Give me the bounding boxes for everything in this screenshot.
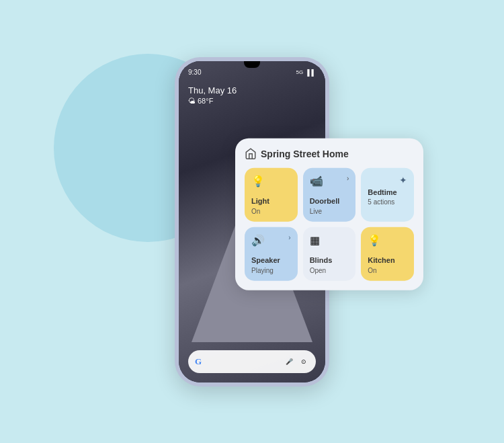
- doorbell-name: Doorbell: [310, 197, 349, 206]
- kitchen-tile[interactable]: 💡 Kitchen On: [361, 227, 414, 280]
- blinds-tile[interactable]: ▦ Blinds Open: [303, 227, 356, 280]
- weather-text: 🌤 68°F: [188, 97, 237, 105]
- status-time: 9:30: [188, 69, 201, 76]
- blinds-status: Open: [310, 266, 349, 274]
- battery-icon: ▌: [312, 69, 316, 76]
- home-controls-card: Spring Street Home 💡 Light On › 📹 Doorbe…: [235, 138, 423, 290]
- bedtime-status: 5 actions: [368, 198, 407, 205]
- scene: 9:30 5G ▐ ▌ Thu, May 16 🌤 68°F G �: [175, 57, 329, 387]
- speaker-name: Speaker: [251, 256, 291, 265]
- bedtime-name: Bedtime: [368, 188, 407, 196]
- mic-button[interactable]: 🎤: [284, 356, 294, 367]
- signal-icon: ▐: [305, 69, 309, 76]
- device-grid: 💡 Light On › 📹 Doorbell Live ✦ Bedt: [245, 167, 414, 280]
- home-icon: [245, 147, 257, 159]
- blinds-icon: ▦: [310, 233, 349, 246]
- doorbell-status: Live: [310, 207, 349, 214]
- blinds-name: Blinds: [310, 256, 349, 265]
- light-status: On: [251, 207, 291, 214]
- kitchen-icon: 💡: [368, 233, 407, 246]
- search-action-icons: 🎤 ⊙: [284, 356, 309, 367]
- weather-icon: 🌤: [188, 97, 196, 105]
- kitchen-status: On: [368, 266, 407, 274]
- doorbell-icon: 📹: [310, 174, 349, 187]
- notch: [244, 61, 260, 68]
- speaker-icon: 🔊: [251, 233, 291, 246]
- kitchen-name: Kitchen: [368, 256, 407, 265]
- date-widget: Thu, May 16 🌤 68°F: [188, 85, 237, 105]
- google-g: G: [195, 356, 202, 367]
- network-icon: 5G: [296, 69, 304, 75]
- doorbell-tile[interactable]: › 📹 Doorbell Live: [303, 167, 356, 221]
- status-icons: 5G ▐ ▌: [296, 69, 316, 76]
- speaker-tile[interactable]: › 🔊 Speaker Playing: [245, 227, 298, 280]
- bedtime-sparkle-icon: ✦: [399, 174, 407, 185]
- card-title: Spring Street Home: [261, 148, 349, 159]
- card-header: Spring Street Home: [245, 147, 414, 159]
- light-name: Light: [251, 197, 291, 206]
- bedtime-tile[interactable]: ✦ Bedtime 5 actions: [361, 167, 414, 221]
- doorbell-arrow-icon: ›: [347, 174, 349, 182]
- date-text: Thu, May 16: [188, 85, 237, 95]
- light-tile[interactable]: 💡 Light On: [245, 167, 298, 221]
- speaker-status: Playing: [251, 266, 291, 274]
- temperature: 68°F: [198, 97, 213, 105]
- light-icon: 💡: [251, 174, 291, 187]
- speaker-arrow-icon: ›: [288, 233, 290, 241]
- search-bar[interactable]: G 🎤 ⊙: [188, 350, 316, 373]
- lens-button[interactable]: ⊙: [298, 356, 309, 367]
